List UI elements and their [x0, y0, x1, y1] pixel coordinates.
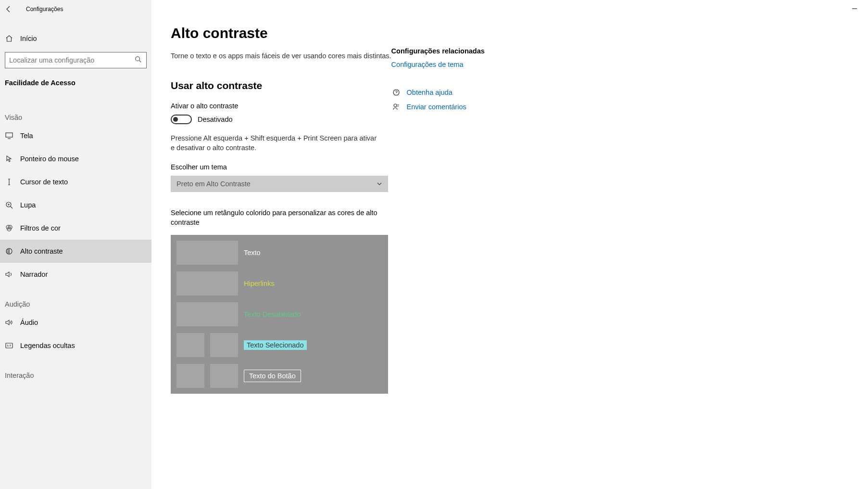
high-contrast-toggle[interactable]: [171, 115, 192, 124]
home-item[interactable]: Início: [0, 30, 151, 47]
text-cursor-icon: [5, 178, 13, 186]
window-minimize-button[interactable]: [852, 5, 857, 13]
section-title: Usar alto contraste: [171, 80, 391, 91]
minimize-icon: [852, 6, 857, 12]
send-feedback-link[interactable]: Enviar comentários: [391, 103, 541, 111]
search-icon: [135, 56, 141, 64]
keyboard-hint: Pressione Alt esquerda + Shift esquerda …: [171, 134, 382, 153]
swatch-botao-bg[interactable]: [210, 364, 238, 388]
sidebar-item-label: Legendas ocultas: [20, 342, 75, 349]
preview-botao: Texto do Botão: [244, 370, 301, 382]
group-interacao: Interação: [0, 362, 151, 382]
swatch-selecionado-bg[interactable]: [210, 333, 238, 357]
svg-point-9: [394, 104, 397, 107]
color-filter-icon: [5, 224, 13, 232]
toggle-knob: [173, 117, 178, 122]
toggle-state: Desativado: [198, 116, 233, 123]
swatch-texto[interactable]: [176, 241, 238, 265]
preview-desabilitado: Texto Desabilitado: [244, 310, 301, 318]
page-title: Alto contraste: [171, 25, 391, 41]
search-input[interactable]: [5, 56, 146, 64]
sidebar-item-label: Áudio: [20, 319, 38, 326]
page-description: Torne o texto e os apps mais fáceis de v…: [171, 52, 391, 60]
chevron-down-icon: [377, 181, 382, 187]
sidebar-item-lupa[interactable]: Lupa: [0, 193, 151, 217]
feedback-label: Enviar comentários: [407, 103, 466, 111]
contrast-icon: [5, 247, 13, 255]
sidebar-item-label: Ponteiro do mouse: [20, 155, 79, 163]
sidebar-item-label: Filtros de cor: [20, 224, 61, 232]
swatch-desabilitado[interactable]: [176, 302, 238, 326]
sidebar-item-cursor[interactable]: Cursor de texto: [0, 170, 151, 193]
theme-label: Escolher um tema: [171, 163, 391, 171]
sidebar-item-ponteiro[interactable]: Ponteiro do mouse: [0, 147, 151, 170]
swatch-selecionado-fg[interactable]: [176, 333, 204, 357]
back-button[interactable]: [1, 1, 16, 17]
sidebar-item-alto-contraste[interactable]: Alto contraste: [0, 240, 151, 263]
preview-texto: Texto: [244, 249, 261, 257]
display-icon: [5, 132, 13, 139]
swatch-hiperlinks[interactable]: [176, 271, 238, 296]
swatch-botao-fg[interactable]: [176, 364, 204, 388]
sidebar-item-label: Alto contraste: [20, 247, 63, 255]
arrow-left-icon: [5, 5, 13, 13]
feedback-icon: [391, 103, 401, 111]
sidebar-item-label: Narrador: [20, 270, 48, 278]
svg-rect-1: [6, 133, 13, 137]
sidebar-item-legendas[interactable]: Legendas ocultas: [0, 334, 151, 357]
related-heading: Configurações relacionadas: [391, 47, 541, 55]
pointer-icon: [5, 155, 13, 163]
help-icon: [391, 89, 401, 96]
theme-dropdown[interactable]: Preto em Alto Contraste: [171, 176, 388, 192]
customize-label: Selecione um retângulo colorido para per…: [171, 208, 382, 227]
sidebar-item-filtros[interactable]: Filtros de cor: [0, 217, 151, 240]
home-icon: [5, 35, 13, 42]
sidebar-item-audio[interactable]: Áudio: [0, 311, 151, 334]
preview-selecionado: Texto Selecionado: [244, 340, 307, 350]
svg-rect-7: [6, 343, 13, 348]
group-visao: Visão: [0, 104, 151, 124]
help-label: Obtenha ajuda: [407, 89, 453, 96]
get-help-link[interactable]: Obtenha ajuda: [391, 89, 541, 96]
group-audicao: Audição: [0, 291, 151, 311]
captions-icon: [5, 342, 13, 349]
magnifier-icon: [5, 201, 13, 209]
preview-hiperlinks: Hiperlinks: [244, 280, 275, 287]
app-title: Configurações: [26, 6, 63, 13]
home-label: Início: [20, 35, 37, 42]
sidebar-item-tela[interactable]: Tela: [0, 124, 151, 147]
sidebar-item-label: Lupa: [20, 201, 36, 209]
toggle-field-label: Ativar o alto contraste: [171, 102, 391, 110]
audio-icon: [5, 319, 13, 326]
search-box[interactable]: [5, 52, 147, 68]
theme-settings-link[interactable]: Configurações de tema: [391, 61, 541, 68]
sidebar-item-label: Cursor de texto: [20, 178, 68, 186]
svg-point-0: [136, 57, 140, 61]
sidebar-item-narrador[interactable]: Narrador: [0, 263, 151, 286]
narrator-icon: [5, 270, 13, 278]
color-preview-panel: Texto Hiperlinks Texto Desabilitado Text…: [171, 235, 388, 394]
category-title: Facilidade de Acesso: [0, 68, 151, 87]
sidebar-item-label: Tela: [20, 132, 33, 140]
dropdown-value: Preto em Alto Contraste: [176, 180, 251, 188]
